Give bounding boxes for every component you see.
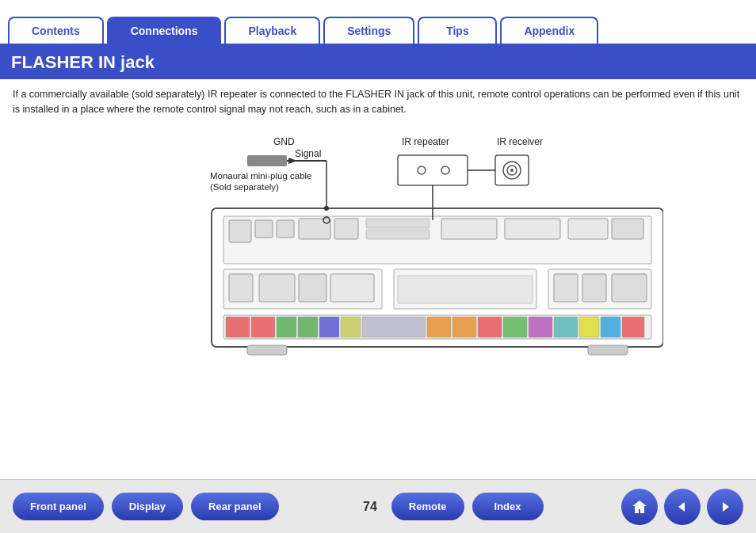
- svg-rect-52: [362, 317, 426, 337]
- back-arrow-icon: [674, 498, 691, 516]
- bottom-nav-left: Front panel Display Rear panel: [13, 493, 279, 520]
- svg-rect-63: [588, 345, 628, 355]
- front-panel-button[interactable]: Front panel: [13, 493, 104, 520]
- svg-text:Monaural mini-plug cable: Monaural mini-plug cable: [210, 171, 311, 181]
- bottom-nav-right: [621, 489, 743, 525]
- bottom-navigation: Front panel Display Rear panel 74 Remote…: [0, 479, 756, 533]
- svg-point-15: [510, 169, 514, 172]
- svg-rect-27: [366, 219, 430, 228]
- svg-rect-42: [554, 274, 578, 302]
- display-button[interactable]: Display: [112, 493, 183, 520]
- svg-rect-57: [529, 317, 552, 337]
- index-button[interactable]: Index: [472, 493, 544, 520]
- svg-rect-25: [299, 219, 330, 239]
- svg-rect-58: [554, 317, 578, 337]
- svg-rect-31: [568, 219, 608, 239]
- svg-rect-35: [259, 274, 295, 302]
- home-button[interactable]: [621, 489, 658, 525]
- svg-rect-60: [601, 317, 620, 337]
- svg-rect-62: [247, 345, 287, 355]
- svg-rect-24: [277, 220, 294, 238]
- svg-rect-40: [398, 276, 533, 303]
- svg-rect-54: [452, 317, 476, 337]
- svg-rect-23: [255, 220, 273, 238]
- svg-rect-48: [277, 317, 296, 337]
- tab-tips[interactable]: Tips: [418, 17, 497, 44]
- svg-rect-51: [341, 317, 361, 337]
- diagram-svg: GND Signal Monaural mini-plug cable (Sol…: [93, 125, 663, 379]
- svg-rect-59: [579, 317, 599, 337]
- svg-rect-46: [226, 317, 250, 337]
- svg-rect-50: [319, 317, 339, 337]
- svg-rect-28: [366, 230, 430, 239]
- svg-text:Signal: Signal: [295, 148, 321, 159]
- page-title: FLASHER IN jack: [0, 46, 756, 79]
- svg-rect-1: [247, 155, 287, 166]
- svg-rect-56: [503, 317, 527, 337]
- svg-rect-43: [582, 274, 606, 302]
- svg-rect-61: [622, 317, 644, 337]
- bottom-nav-center: 74 Remote Index: [357, 493, 543, 520]
- svg-rect-32: [612, 219, 643, 239]
- rear-panel-button[interactable]: Rear panel: [191, 493, 278, 520]
- forward-button[interactable]: [707, 489, 743, 525]
- top-navigation: Contents Connections Playback Settings T…: [0, 0, 756, 46]
- tab-contents[interactable]: Contents: [8, 17, 104, 44]
- home-icon: [631, 498, 648, 516]
- page-number: 74: [363, 500, 377, 514]
- tab-playback[interactable]: Playback: [224, 17, 320, 44]
- tab-connections[interactable]: Connections: [107, 17, 222, 44]
- svg-text:IR repeater: IR repeater: [402, 136, 449, 147]
- diagram-area: GND Signal Monaural mini-plug cable (Sol…: [93, 125, 663, 379]
- svg-rect-47: [251, 317, 275, 337]
- svg-rect-36: [299, 274, 326, 302]
- back-button[interactable]: [664, 489, 701, 525]
- description-text: If a commercially available (sold separa…: [13, 87, 743, 117]
- svg-rect-26: [334, 219, 358, 239]
- svg-text:IR receiver: IR receiver: [497, 136, 543, 147]
- svg-rect-53: [427, 317, 451, 337]
- svg-rect-37: [330, 274, 374, 302]
- svg-rect-55: [478, 317, 502, 337]
- svg-point-64: [324, 206, 329, 211]
- remote-button[interactable]: Remote: [391, 493, 464, 520]
- content-area: If a commercially available (sold separa…: [0, 79, 756, 383]
- forward-arrow-icon: [716, 498, 734, 516]
- svg-text:(Sold separately): (Sold separately): [210, 182, 279, 192]
- svg-rect-44: [612, 274, 647, 302]
- svg-rect-34: [229, 274, 253, 302]
- tab-appendix[interactable]: Appendix: [500, 17, 598, 44]
- svg-rect-9: [398, 155, 468, 185]
- svg-rect-49: [298, 317, 318, 337]
- svg-rect-30: [505, 219, 560, 239]
- svg-rect-22: [229, 220, 251, 242]
- svg-rect-29: [441, 219, 497, 239]
- tab-settings[interactable]: Settings: [323, 17, 414, 44]
- svg-text:GND: GND: [273, 136, 295, 147]
